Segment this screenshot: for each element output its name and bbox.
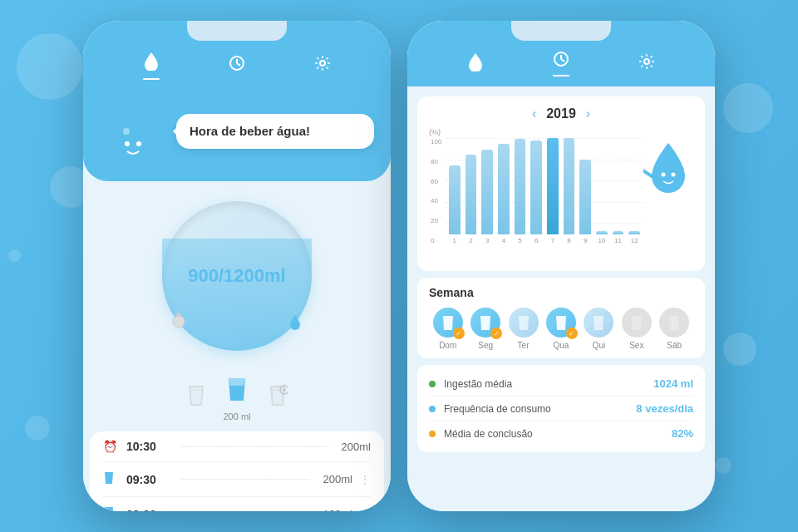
log-list: ⏰ 10:30 200ml 09:30 200ml ⋮ [90, 431, 384, 511]
day-sab: Sáb [659, 308, 689, 350]
day-seg: ✓ Seg [470, 308, 500, 350]
day-cup-seg: ✓ [470, 308, 500, 337]
week-title: Semana [429, 286, 693, 299]
drink-cup-button[interactable]: 200 ml [223, 374, 250, 421]
svg-point-18 [644, 59, 649, 64]
stats-section: Ingestão média 1024 ml Frequência de con… [417, 365, 705, 452]
day-qua: ✓ Qua [546, 308, 576, 350]
stat-dot-2 [429, 406, 436, 412]
y-tick-100: 100 [431, 138, 441, 145]
chart-section: ‹ 2019 › (%) 100 80 60 40 20 0 [417, 96, 705, 271]
chart-area: 1 2 3 4 [446, 138, 643, 244]
bar-month-9: 9 [579, 138, 591, 244]
cup-icon [224, 374, 249, 408]
drink-controls: 200 ml [83, 367, 391, 431]
bar-month-12: 12 [628, 138, 640, 244]
log-more-icon-2[interactable]: ⋮ [359, 473, 371, 486]
svg-point-19 [662, 173, 666, 177]
right-phone: ‹ 2019 › (%) 100 80 60 40 20 0 [407, 21, 715, 511]
bar-month-8: 8 [564, 138, 575, 244]
day-cup-qua: ✓ [546, 308, 576, 337]
day-ter: Ter [509, 308, 539, 350]
stat-dot-3 [429, 431, 436, 437]
svg-point-3 [320, 61, 325, 66]
year-label: 2019 [546, 106, 576, 121]
log-cup-icon-3 [103, 505, 120, 511]
day-sex: Sex [622, 308, 652, 350]
day-cup-dom: ✓ [433, 308, 463, 337]
phone-notch-right [511, 21, 611, 41]
nav-history-icon-left[interactable] [229, 55, 245, 76]
day-dom: ✓ Dom [433, 308, 463, 350]
week-section: Semana ✓ Dom ✓ [417, 278, 705, 358]
chart-y-label: (%) [429, 128, 441, 136]
log-time-1: 10:30 [126, 440, 168, 453]
bar-month-10: 10 [596, 138, 608, 244]
left-content: Hora de beber água! 900/1200ml [83, 90, 391, 511]
nav-drop-icon-right[interactable] [467, 52, 484, 76]
day-qui: Qui [584, 308, 613, 350]
speech-text: Hora de beber água! [190, 124, 310, 138]
svg-line-9 [139, 166, 143, 173]
stat-value-2: 8 vezes/dia [636, 402, 693, 415]
week-days: ✓ Dom ✓ Seg [429, 308, 693, 350]
day-cup-sab [659, 308, 689, 337]
water-amount-text: 900/1200ml [188, 265, 285, 286]
svg-line-8 [123, 166, 127, 173]
stat-row-1: Ingestão média 1024 ml [429, 372, 693, 397]
day-name-sex: Sex [629, 341, 643, 350]
check-qua: ✓ [566, 328, 578, 339]
bar-month-4: 4 [498, 138, 510, 244]
phones-container: Hora de beber água! 900/1200ml [83, 21, 715, 511]
log-amount-1: 200ml [342, 441, 371, 453]
bar-month-3: 3 [481, 138, 493, 244]
day-name-seg: Seg [478, 341, 493, 350]
year-next-button[interactable]: › [586, 106, 590, 121]
stat-value-1: 1024 ml [653, 377, 693, 390]
nav-settings-icon-right[interactable] [638, 53, 655, 74]
water-display: 900/1200ml [188, 265, 285, 287]
cup-ghost-icon [186, 383, 206, 412]
left-phone: Hora de beber água! 900/1200ml [83, 21, 391, 511]
log-entry: 09:30 200ml ⋮ [103, 462, 371, 497]
bar-month-11: 11 [613, 138, 624, 244]
phone-notch-left [187, 21, 287, 41]
day-name-ter: Ter [518, 341, 530, 350]
day-name-sab: Sáb [667, 341, 682, 350]
chart-mascot [643, 136, 693, 203]
bar-month-6: 6 [530, 138, 542, 244]
svg-line-6 [102, 141, 112, 146]
svg-point-20 [672, 173, 676, 177]
day-cup-sex [622, 308, 652, 337]
mascot-left [100, 98, 166, 165]
y-tick-20: 20 [431, 217, 441, 224]
log-entry: 08:30 100ml ⋮ [103, 497, 371, 511]
speech-bubble: Hora de beber água! [176, 114, 374, 149]
svg-point-5 [136, 141, 141, 146]
drop-icon-tracker [288, 313, 302, 334]
check-dom: ✓ [453, 328, 465, 339]
log-cup-icon-2 [103, 470, 120, 488]
stat-row-2: Frequência de consumo 8 vezes/dia [429, 397, 693, 421]
svg-point-4 [125, 141, 130, 146]
y-tick-0: 0 [431, 237, 441, 244]
log-time-3: 08:30 [126, 508, 168, 512]
right-content: ‹ 2019 › (%) 100 80 60 40 20 0 [407, 86, 715, 511]
log-clock-icon: ⏰ [103, 440, 120, 453]
svg-point-11 [173, 316, 185, 328]
log-more-icon-3[interactable]: ⋮ [359, 508, 371, 512]
nav-history-icon-right[interactable] [553, 51, 569, 76]
stat-value-3: 82% [672, 427, 693, 440]
circle-tracker: 900/1200ml [162, 201, 312, 351]
svg-point-10 [123, 128, 130, 135]
day-name-dom: Dom [439, 341, 456, 350]
nav-settings-icon-left[interactable] [314, 55, 331, 76]
check-seg: ✓ [490, 328, 502, 339]
stat-dot-1 [429, 381, 436, 387]
day-cup-ter [509, 308, 539, 337]
year-prev-button[interactable]: ‹ [532, 106, 536, 121]
y-tick-80: 80 [431, 158, 441, 165]
day-name-qua: Qua [554, 341, 569, 350]
nav-drop-icon-left[interactable] [143, 51, 160, 80]
cup-ghost-right-icon [268, 383, 288, 412]
